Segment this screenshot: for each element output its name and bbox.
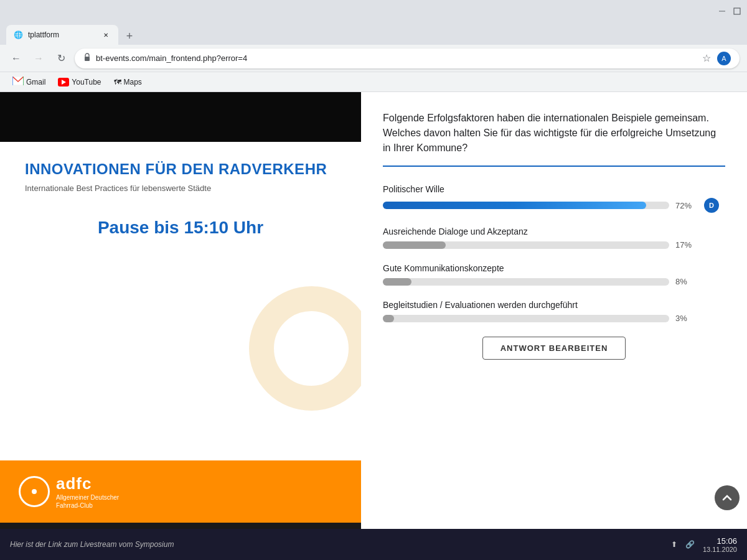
pres-subtitle: Internationale Best Practices für lebens… [25, 184, 336, 193]
poll-panel: Folgende Erfolgsfaktoren haben die inter… [361, 92, 747, 560]
window-controls [718, 7, 741, 15]
option-2-bar-bg [383, 241, 669, 249]
pres-top-bar [0, 92, 361, 142]
bookmarks-bar: Gmail YouTube 🗺 Maps [0, 72, 747, 92]
tab-close-button[interactable]: ✕ [101, 30, 111, 40]
adfc-circle-logo [19, 476, 50, 507]
svg-rect-1 [734, 8, 740, 14]
maps-icon: 🗺 [114, 78, 121, 86]
bookmark-maps-label: Maps [124, 78, 142, 86]
option-3-bar-row: 8% [383, 277, 725, 286]
option-4-percent: 3% [675, 314, 698, 323]
option-1-bar-bg [383, 202, 669, 209]
address-bar: ← → ↻ bt-events.com/main_frontend.php?er… [0, 45, 747, 72]
scroll-top-button[interactable] [715, 485, 740, 510]
taskbar-icons: ⬆ 🔗 [668, 538, 697, 551]
bookmark-star-icon[interactable]: ☆ [702, 52, 711, 64]
page-content: INNOVATIONEN FÜR DEN RADVERKEHR Internat… [0, 92, 747, 560]
poll-question: Folgende Erfolgsfaktoren haben die inter… [383, 111, 725, 167]
tab-title: tplattform [28, 30, 59, 39]
presentation-panel: INNOVATIONEN FÜR DEN RADVERKEHR Internat… [0, 92, 361, 560]
option-2-label: Ausreichende Dialoge und Akzeptanz [383, 226, 725, 236]
option-2-bar-row: 17% [383, 240, 725, 250]
pres-title: INNOVATIONEN FÜR DEN RADVERKEHR [25, 161, 336, 179]
adfc-logo: adfc Allgemeiner Deutscher Fahrrad-Club [19, 474, 119, 510]
option-2-percent: 17% [675, 240, 698, 250]
minimize-button[interactable] [718, 7, 726, 15]
svg-rect-2 [85, 57, 90, 61]
option-1-bar-fill [383, 202, 646, 209]
option-1-percent: 72% [675, 201, 698, 210]
poll-option-3: Gute Kommunikationskonzepte 8% [383, 263, 725, 286]
youtube-icon [58, 78, 69, 86]
option-4-bar-fill [383, 315, 394, 322]
active-tab[interactable]: 🌐 tplattform ✕ [6, 25, 118, 45]
url-text: bt-events.com/main_frontend.php?error=4 [96, 54, 697, 63]
taskbar-icon-1: ⬆ [668, 538, 680, 551]
browser-chrome: 🌐 tplattform ✕ + ← → ↻ bt-events.com/mai… [0, 0, 747, 92]
bookmark-gmail-label: Gmail [26, 78, 45, 86]
bottom-notification: Hier ist der Link zum Livestream vom Sym… [10, 540, 662, 549]
address-field[interactable]: bt-events.com/main_frontend.php?error=4 … [75, 49, 740, 68]
adfc-text: adfc Allgemeiner Deutscher Fahrrad-Club [56, 474, 119, 510]
option-3-bar-fill [383, 278, 411, 286]
pres-pause-text: Pause bis 15:10 Uhr [25, 218, 336, 238]
adfc-org-name: adfc [56, 474, 119, 493]
adfc-full-name: Allgemeiner Deutscher Fahrrad-Club [56, 493, 119, 510]
edit-answer-button[interactable]: ANTWORT BEARBEITEN [482, 337, 626, 360]
option-4-label: Begleitstudien / Evaluationen werden dur… [383, 300, 725, 310]
maximize-button[interactable] [733, 7, 741, 15]
bookmark-youtube-label: YouTube [72, 78, 101, 86]
pres-slide-content: INNOVATIONEN FÜR DEN RADVERKEHR Internat… [0, 142, 361, 460]
tab-bar: 🌐 tplattform ✕ + [0, 22, 747, 45]
option-4-bar-row: 3% [383, 314, 725, 323]
address-action-icons: ☆ A [702, 52, 731, 65]
option-2-bar-fill [383, 241, 446, 249]
status-date: 13.11.2020 [703, 546, 737, 553]
title-bar [0, 0, 747, 22]
new-tab-button[interactable]: + [121, 27, 138, 45]
taskbar-icon-2: 🔗 [684, 538, 697, 551]
poll-option-2: Ausreichende Dialoge und Akzeptanz 17% [383, 226, 725, 250]
bookmark-maps[interactable]: 🗺 Maps [109, 76, 147, 88]
pres-orange-bar: adfc Allgemeiner Deutscher Fahrrad-Club [0, 460, 361, 523]
bookmark-gmail[interactable]: Gmail [7, 75, 50, 89]
reload-button[interactable]: ↻ [52, 50, 70, 67]
forward-button[interactable]: → [30, 50, 47, 67]
pres-circle-decoration [249, 286, 361, 411]
clock-display: 15:06 13.11.2020 [703, 536, 737, 553]
option-4-bar-bg [383, 315, 669, 322]
status-time: 15:06 [703, 536, 737, 546]
option-1-bar-row: 72% D [383, 198, 725, 213]
gmail-icon [12, 77, 24, 87]
option-3-label: Gute Kommunikationskonzepte [383, 263, 725, 273]
poll-option-1: Politischer Wille 72% D [383, 184, 725, 213]
bookmark-youtube[interactable]: YouTube [53, 76, 106, 88]
option-1-label: Politischer Wille [383, 184, 725, 194]
tab-favicon: 🌐 [14, 30, 23, 39]
option-1-badge: D [704, 198, 719, 213]
svg-rect-0 [719, 11, 725, 12]
back-button[interactable]: ← [7, 50, 25, 67]
option-3-percent: 8% [675, 277, 698, 286]
profile-icon[interactable]: A [717, 52, 731, 65]
poll-option-4: Begleitstudien / Evaluationen werden dur… [383, 300, 725, 323]
status-bar: Hier ist der Link zum Livestream vom Sym… [0, 529, 747, 560]
option-3-bar-bg [383, 278, 669, 286]
lock-icon [83, 53, 91, 64]
